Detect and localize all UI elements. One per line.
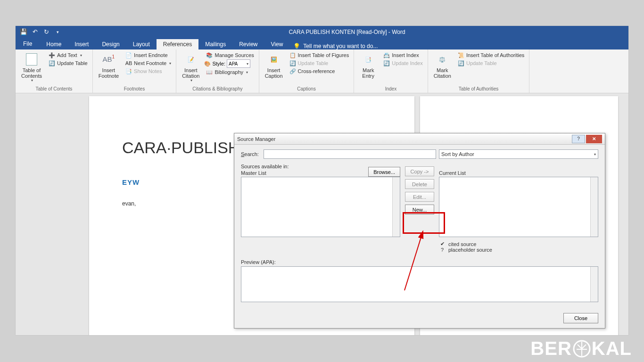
delete-button[interactable]: Delete <box>405 179 434 189</box>
insert-index-icon: 📇 <box>383 52 390 58</box>
insert-endnote-button[interactable]: 📄Insert Endnote <box>124 51 173 59</box>
group-label-footnotes: Footnotes <box>124 86 145 92</box>
source-manager-dialog: Source Manager ? ✕ Search: Sort by Autho… <box>234 133 605 329</box>
update-table-figures-button[interactable]: 🔄Update Table <box>288 59 351 67</box>
group-index: 📑 Mark Entry 📇Insert Index 🔄Update Index… <box>354 49 428 93</box>
dialog-help-button[interactable]: ? <box>572 135 585 143</box>
cross-reference-button[interactable]: 🔗Cross-reference <box>288 67 351 75</box>
current-list-label: Current List <box>439 170 598 176</box>
tab-home[interactable]: Home <box>40 39 68 49</box>
next-footnote-button[interactable]: ABNext Footnote▾ <box>124 59 173 67</box>
legend: ✔cited source ?placeholder source <box>439 241 598 253</box>
style-icon: 🎨 <box>204 61 211 67</box>
group-footnotes: AB1 Insert Footnote 📄Insert Endnote ABNe… <box>93 49 177 93</box>
preview-label: Preview (APA): <box>241 259 598 265</box>
tell-me-placeholder: Tell me what you want to do... <box>303 43 378 49</box>
group-label-index: Index <box>385 86 396 92</box>
new-button[interactable]: New... <box>405 205 434 214</box>
redo-icon[interactable]: ↻ <box>43 29 50 35</box>
update-table-button[interactable]: 🔄Update Table <box>47 59 90 67</box>
scrollbar[interactable] <box>392 177 400 237</box>
add-text-button[interactable]: ➕Add Text▾ <box>47 51 90 59</box>
tab-mailings[interactable]: Mailings <box>198 39 232 49</box>
insert-caption-button[interactable]: 🖼️ Insert Caption <box>262 51 286 80</box>
browse-button[interactable]: Browse... <box>368 167 400 177</box>
add-text-icon: ➕ <box>49 52 55 58</box>
sources-available-label: Sources available in: <box>241 164 289 169</box>
group-authorities: ⚖️ Mark Citation 📜Insert Table of Author… <box>428 49 530 93</box>
update-figures-icon: 🔄 <box>289 60 296 66</box>
tab-design[interactable]: Design <box>95 39 126 49</box>
group-citations: 📝 Insert Citation▾ 📚Manage Sources 🎨 Sty… <box>176 49 259 93</box>
figures-icon: 📋 <box>289 52 296 58</box>
edit-button[interactable]: Edit... <box>405 192 434 202</box>
search-input[interactable] <box>264 149 436 159</box>
group-toc: Table of Contents▾ ➕Add Text▾ 🔄Update Ta… <box>16 49 93 93</box>
insert-citation-button[interactable]: 📝 Insert Citation▾ <box>179 51 202 84</box>
insert-footnote-button[interactable]: AB1 Insert Footnote <box>96 51 122 80</box>
sort-value: Sort by Author <box>441 151 474 157</box>
tab-review[interactable]: Review <box>232 39 264 49</box>
qat-customize-icon[interactable]: ▾ <box>54 29 61 35</box>
insert-authorities-button[interactable]: 📜Insert Table of Authorities <box>456 51 526 59</box>
question-icon: ? <box>439 247 446 253</box>
mark-citation-button[interactable]: ⚖️ Mark Citation <box>431 51 454 80</box>
master-list-label: Master List <box>241 170 289 176</box>
update-index-button[interactable]: 🔄Update Index <box>381 59 424 67</box>
citation-icon: 📝 <box>184 52 198 66</box>
update-index-icon: 🔄 <box>383 60 390 66</box>
show-notes-button[interactable]: 📑Show Notes <box>124 67 173 75</box>
ribbon-tabs: File Home Insert Design Layout Reference… <box>16 38 628 49</box>
dialog-titlebar[interactable]: Source Manager ? ✕ <box>234 133 605 145</box>
cross-ref-icon: 🔗 <box>289 68 296 74</box>
search-label: Search: <box>241 151 261 157</box>
master-list-box[interactable] <box>241 177 400 237</box>
scrollbar[interactable] <box>590 267 598 302</box>
watermark: BERKAL <box>530 338 632 359</box>
dialog-content: Search: Sort by Author ▾ Sources availab… <box>234 145 605 307</box>
manage-sources-button[interactable]: 📚Manage Sources <box>204 51 256 59</box>
authorities-icon: 📜 <box>458 52 464 58</box>
copy-button[interactable]: Copy -> <box>405 166 434 176</box>
undo-icon[interactable]: ↶ <box>32 29 38 35</box>
insert-table-of-figures-button[interactable]: 📋Insert Table of Figures <box>288 51 351 59</box>
group-label-captions: Captions <box>297 86 315 92</box>
tab-view[interactable]: View <box>264 39 290 49</box>
update-auth-icon: 🔄 <box>458 60 464 66</box>
tab-layout[interactable]: Layout <box>126 39 157 49</box>
toc-icon <box>25 52 39 66</box>
bibliography-button[interactable]: 📖Bibliography▾ <box>204 68 256 76</box>
table-of-contents-button[interactable]: Table of Contents▾ <box>18 51 45 84</box>
dialog-title: Source Manager <box>237 136 571 142</box>
show-notes-icon: 📑 <box>125 68 132 74</box>
tab-file[interactable]: File <box>16 38 40 49</box>
save-icon[interactable]: 💾 <box>20 29 27 35</box>
chevron-down-icon: ▾ <box>594 152 596 156</box>
group-label-toc: Table of Contents <box>35 86 72 92</box>
scrollbar[interactable] <box>590 177 598 237</box>
dialog-close-button[interactable]: ✕ <box>586 135 602 143</box>
next-footnote-icon: AB <box>125 60 132 66</box>
caption-icon: 🖼️ <box>267 52 281 66</box>
endnote-icon: 📄 <box>125 52 132 58</box>
update-authorities-button[interactable]: 🔄Update Table <box>456 59 526 67</box>
quick-access-toolbar: 💾 ↶ ↻ ▾ <box>16 29 66 35</box>
insert-index-button[interactable]: 📇Insert Index <box>381 51 424 59</box>
bibliography-icon: 📖 <box>206 69 213 75</box>
tab-references[interactable]: References <box>157 39 198 49</box>
mark-citation-icon: ⚖️ <box>435 52 449 66</box>
tab-insert[interactable]: Insert <box>68 39 95 49</box>
sort-combo[interactable]: Sort by Author ▾ <box>439 149 598 159</box>
update-icon: 🔄 <box>49 60 55 66</box>
current-list-box[interactable] <box>439 177 598 237</box>
manage-sources-icon: 📚 <box>206 52 213 58</box>
window-title: CARA PUBLISH KONTEN [Read-Only] - Word <box>66 29 628 35</box>
mark-entry-button[interactable]: 📑 Mark Entry <box>357 51 380 80</box>
close-button[interactable]: Close <box>563 313 598 323</box>
title-bar: 💾 ↶ ↻ ▾ CARA PUBLISH KONTEN [Read-Only] … <box>16 26 628 38</box>
footnote-icon: AB1 <box>101 52 116 66</box>
tell-me-search[interactable]: 💡 Tell me what you want to do... <box>289 43 381 49</box>
group-label-authorities: Table of Authorities <box>459 86 499 92</box>
style-combo[interactable]: APA▾ <box>227 59 250 68</box>
check-icon: ✔ <box>439 241 446 247</box>
